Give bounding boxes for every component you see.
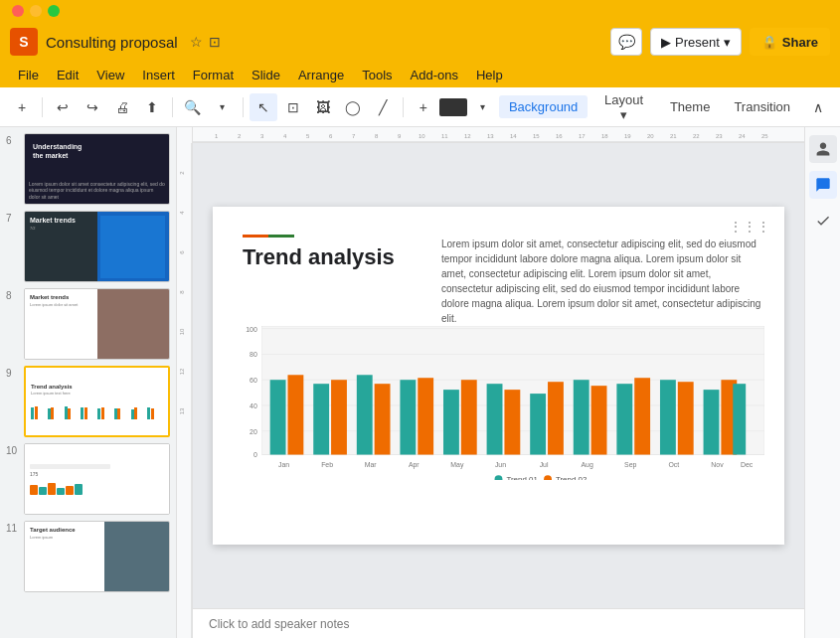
svg-text:24: 24 [739,133,746,139]
menu-file[interactable]: File [10,66,47,84]
slide-number-10: 10 [6,443,18,456]
tab-theme[interactable]: Theme [660,95,720,118]
svg-text:4: 4 [179,211,185,215]
slide-number-7: 7 [6,211,18,224]
slide-item-11[interactable]: 11 Target audience Lorem ipsum [6,521,170,592]
slide-container[interactable]: ⋮⋮⋮ Trend analysis Lorem ipsum dolor sit… [193,143,804,608]
minimize-button[interactable] [30,5,42,17]
svg-text:6: 6 [179,250,185,254]
slide-title: Trend analysis [243,244,395,270]
svg-text:Apr: Apr [409,461,420,469]
svg-text:23: 23 [716,133,723,139]
menu-arrange[interactable]: Arrange [290,66,352,84]
redo-button[interactable]: ↪ [79,93,106,121]
svg-text:11: 11 [441,133,448,139]
slide-item-7[interactable]: 7 Market trends 7/2 [6,211,170,282]
svg-text:22: 22 [693,133,700,139]
svg-text:5: 5 [306,133,310,139]
image-tool[interactable]: 🖼 [309,93,337,121]
drive-icon[interactable]: ⊡ [209,34,221,50]
svg-text:2: 2 [238,133,242,139]
slide-thumb-9[interactable]: Trend analysis Lorem ipsum text here [24,366,170,437]
share-button[interactable]: 🔒 Share [750,28,830,56]
color-dropdown[interactable]: ▾ [469,93,497,121]
present-dropdown-icon: ▾ [724,35,731,50]
speaker-notes[interactable]: Click to add speaker notes [193,608,804,638]
spell-button[interactable]: ⬆ [138,93,166,121]
slide-canvas[interactable]: ⋮⋮⋮ Trend analysis Lorem ipsum dolor sit… [213,207,784,545]
svg-text:3: 3 [260,133,264,139]
svg-text:14: 14 [510,133,517,139]
svg-rect-49 [313,384,329,454]
svg-text:Jan: Jan [278,461,289,468]
menu-slide[interactable]: Slide [244,66,288,84]
menu-help[interactable]: Help [468,66,511,84]
tab-layout[interactable]: Layout ▾ [591,88,656,126]
maximize-button[interactable] [48,5,60,17]
shape-tool[interactable]: ◯ [339,93,367,121]
slide-item-10[interactable]: 10 175 [6,443,170,515]
accent-line-green [268,235,294,238]
svg-text:Mar: Mar [365,461,378,468]
undo-button[interactable]: ↩ [49,93,77,121]
svg-text:17: 17 [579,133,586,139]
menu-addons[interactable]: Add-ons [403,66,466,84]
svg-rect-55 [443,390,459,454]
tab-background[interactable]: Background [499,95,588,118]
menu-format[interactable]: Format [185,66,242,84]
svg-text:100: 100 [246,326,257,333]
panel-person-icon[interactable] [809,135,837,163]
svg-text:15: 15 [533,133,540,139]
svg-rect-58 [504,390,520,454]
svg-text:4: 4 [283,133,287,139]
star-icon[interactable]: ☆ [190,34,203,50]
add-button[interactable]: + [8,93,36,121]
svg-text:20: 20 [647,133,654,139]
svg-text:Oct: Oct [668,461,679,468]
main-layout: 6 Understandingthe market Lorem ipsum do… [0,127,840,638]
close-button[interactable] [12,5,24,17]
chart-svg: 100 80 60 40 20 0 [233,326,764,480]
app-icon: S [10,28,38,56]
svg-text:1: 1 [215,133,219,139]
slide-item-9[interactable]: 9 Trend analysis Lorem ipsum text here [6,366,170,437]
panel-check-icon[interactable] [809,207,837,235]
insert-button[interactable]: + [410,93,437,121]
svg-text:Dec: Dec [741,461,754,468]
svg-point-82 [495,475,503,480]
slide-thumb-8[interactable]: Market trends Lorem ipsum dolor sit amet [24,288,170,360]
menu-bar: File Edit View Insert Format Slide Arran… [0,62,840,87]
slide-item-6[interactable]: 6 Understandingthe market Lorem ipsum do… [6,133,170,205]
svg-text:12: 12 [464,133,471,139]
slide-thumb-11[interactable]: Target audience Lorem ipsum [24,521,170,592]
svg-text:25: 25 [761,133,768,139]
color-button[interactable] [439,98,467,116]
slide-more-icon[interactable]: ⋮⋮⋮ [729,219,770,235]
svg-rect-69 [733,384,746,454]
menu-view[interactable]: View [88,66,132,84]
menu-tools[interactable]: Tools [354,66,400,84]
menu-edit[interactable]: Edit [49,66,86,84]
svg-rect-67 [704,390,720,454]
ruler-vertical: 2 4 6 8 10 12 13 [177,127,193,638]
slide-item-8[interactable]: 8 Market trends Lorem ipsum dolor sit am… [6,288,170,360]
tab-transition[interactable]: Transition [724,95,800,118]
present-button[interactable]: ▶ Present ▾ [650,28,742,56]
app-header: S Consulting proposal ☆ ⊡ 💬 ▶ Present ▾ … [0,22,840,62]
slide-thumb-7[interactable]: Market trends 7/2 [24,211,170,282]
select-tool[interactable]: ↖ [250,93,277,121]
textbox-tool[interactable]: ⊡ [279,93,307,121]
comment-icon: 💬 [618,34,635,50]
line-tool[interactable]: ╱ [369,93,397,121]
zoom-button[interactable]: 🔍 [179,93,207,121]
menu-insert[interactable]: Insert [134,66,183,84]
collapse-panel-button[interactable]: ∧ [804,93,832,121]
panel-comment-icon[interactable] [809,171,837,199]
comment-button[interactable]: 💬 [610,28,642,56]
present-icon: ▶ [661,35,671,50]
slide-thumb-10[interactable]: 175 [24,443,170,515]
svg-rect-63 [616,384,632,454]
zoom-dropdown[interactable]: ▾ [209,93,237,121]
slide-thumb-6[interactable]: Understandingthe market Lorem ipsum dolo… [24,133,170,205]
print-button[interactable]: 🖨 [108,93,136,121]
